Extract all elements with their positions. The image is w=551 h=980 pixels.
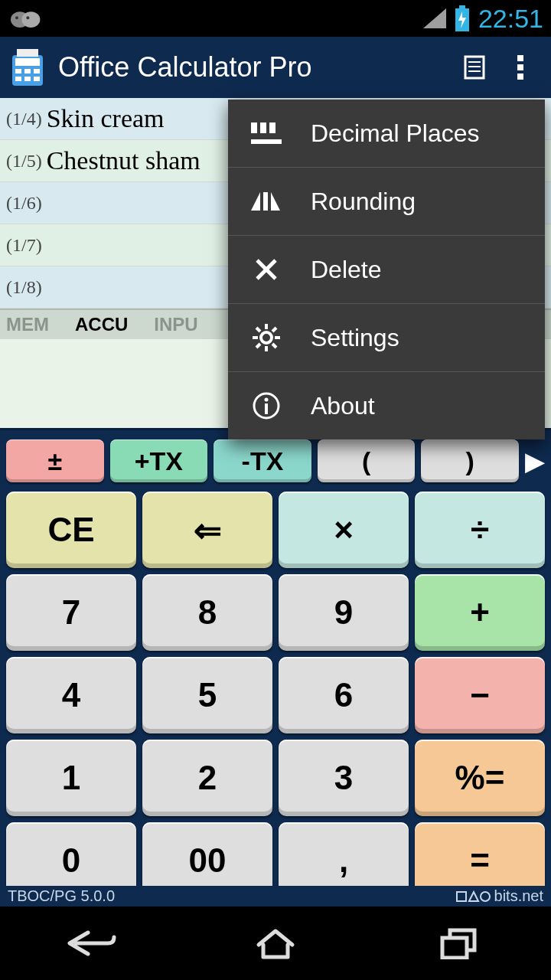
- menu-label: Decimal Places: [311, 119, 480, 148]
- svg-rect-48: [265, 403, 268, 414]
- svg-rect-31: [251, 139, 282, 144]
- mode-accu[interactable]: ACCU: [75, 314, 128, 335]
- menu-item-rounding[interactable]: Rounding: [228, 168, 545, 236]
- key-minus-tax[interactable]: -TX: [214, 439, 311, 482]
- menu-label: Settings: [311, 324, 399, 352]
- svg-line-45: [256, 344, 260, 348]
- status-clock: 22:51: [478, 4, 543, 34]
- svg-rect-29: [260, 122, 266, 133]
- menu-label: Delete: [311, 256, 382, 284]
- debug-jelly-icon: [8, 7, 44, 30]
- nav-recents-button[interactable]: [402, 916, 517, 970]
- svg-point-47: [265, 398, 269, 402]
- svg-rect-28: [251, 122, 257, 133]
- menu-label: About: [311, 392, 375, 420]
- menu-item-decimal-places[interactable]: Decimal Places: [228, 100, 545, 168]
- svg-rect-23: [457, 892, 466, 901]
- svg-point-25: [481, 892, 490, 901]
- svg-rect-20: [517, 55, 523, 61]
- key-percent-equals[interactable]: %=: [415, 740, 545, 816]
- key-5[interactable]: 5: [142, 657, 272, 733]
- svg-point-1: [21, 11, 40, 28]
- android-navbar: [0, 906, 551, 980]
- key-plus-tax[interactable]: +TX: [110, 439, 208, 482]
- svg-rect-14: [34, 77, 40, 81]
- svg-marker-34: [271, 192, 280, 211]
- key-ce[interactable]: CE: [6, 492, 136, 568]
- battery-icon: [454, 5, 471, 31]
- tape-index: (1/7): [6, 235, 42, 256]
- keypad-more-icon[interactable]: ▶: [525, 446, 545, 476]
- svg-rect-30: [269, 122, 276, 133]
- mode-input[interactable]: INPU: [154, 314, 197, 335]
- menu-item-about[interactable]: About: [228, 372, 545, 439]
- svg-rect-13: [24, 77, 31, 81]
- footer-bar: TBOC/PG 5.0.0 bits.net: [0, 886, 551, 906]
- tape-label: Chestnut sham: [47, 146, 201, 175]
- tape-index: (1/4): [6, 109, 42, 129]
- key-9[interactable]: 9: [279, 574, 409, 651]
- svg-rect-10: [24, 69, 31, 74]
- tape-index: (1/6): [6, 193, 42, 214]
- key-minus[interactable]: −: [415, 657, 545, 733]
- svg-rect-33: [263, 192, 268, 211]
- info-icon: [248, 387, 285, 424]
- key-7[interactable]: 7: [6, 574, 136, 651]
- rounding-icon: [248, 183, 285, 220]
- menu-item-delete[interactable]: Delete: [228, 236, 545, 304]
- mode-mem[interactable]: MEM: [6, 314, 49, 335]
- key-plus[interactable]: +: [415, 574, 545, 651]
- signal-icon: [423, 8, 446, 28]
- svg-line-42: [256, 328, 260, 332]
- nav-home-button[interactable]: [218, 916, 333, 970]
- key-2[interactable]: 2: [142, 740, 272, 816]
- key-4[interactable]: 4: [6, 657, 136, 733]
- key-paren-close[interactable]: ): [421, 439, 519, 482]
- svg-line-44: [272, 328, 276, 332]
- footer-brand: bits.net: [456, 887, 543, 905]
- key-6[interactable]: 6: [279, 657, 409, 733]
- svg-rect-27: [442, 938, 467, 958]
- tape-index: (1/8): [6, 277, 42, 298]
- key-paren-open[interactable]: (: [318, 439, 416, 482]
- svg-rect-12: [15, 77, 21, 81]
- key-3[interactable]: 3: [279, 740, 409, 816]
- key-multiply[interactable]: ×: [279, 492, 409, 568]
- svg-line-43: [272, 344, 276, 348]
- svg-rect-8: [15, 58, 40, 66]
- app-bar: Office Calculator Pro: [0, 37, 551, 98]
- keypad: ± +TX -TX ( ) ▶ CE ⇐ × ÷ 7 8 9 + 4 5 6 −…: [0, 430, 551, 902]
- overflow-menu: Decimal Places Rounding Delete Settings: [228, 100, 545, 439]
- menu-item-settings[interactable]: Settings: [228, 304, 545, 372]
- key-backspace[interactable]: ⇐: [142, 492, 272, 568]
- delete-icon: [248, 251, 285, 288]
- tape-list-button[interactable]: [452, 44, 497, 90]
- svg-rect-9: [15, 69, 21, 74]
- key-plus-minus[interactable]: ±: [6, 439, 104, 482]
- svg-point-2: [15, 16, 18, 19]
- svg-point-3: [26, 16, 29, 19]
- gear-icon: [248, 319, 285, 356]
- svg-rect-15: [17, 49, 38, 57]
- key-8[interactable]: 8: [142, 574, 272, 651]
- svg-point-37: [261, 332, 272, 343]
- tape-label: Skin cream: [47, 104, 165, 133]
- footer-version: TBOC/PG 5.0.0: [8, 887, 115, 905]
- svg-rect-11: [34, 69, 40, 74]
- menu-label: Rounding: [311, 188, 416, 216]
- svg-rect-4: [459, 5, 465, 8]
- tape-index: (1/5): [6, 151, 42, 172]
- key-divide[interactable]: ÷: [415, 492, 545, 568]
- overflow-menu-button[interactable]: [497, 44, 543, 90]
- key-1[interactable]: 1: [6, 740, 136, 816]
- app-icon: [8, 47, 47, 87]
- svg-marker-32: [251, 192, 260, 211]
- decimal-places-icon: [248, 115, 285, 152]
- svg-marker-24: [469, 892, 478, 901]
- status-bar: 22:51: [0, 0, 551, 37]
- app-title: Office Calculator Pro: [58, 51, 452, 83]
- svg-rect-21: [517, 64, 523, 70]
- svg-rect-22: [517, 74, 523, 80]
- nav-back-button[interactable]: [34, 916, 149, 970]
